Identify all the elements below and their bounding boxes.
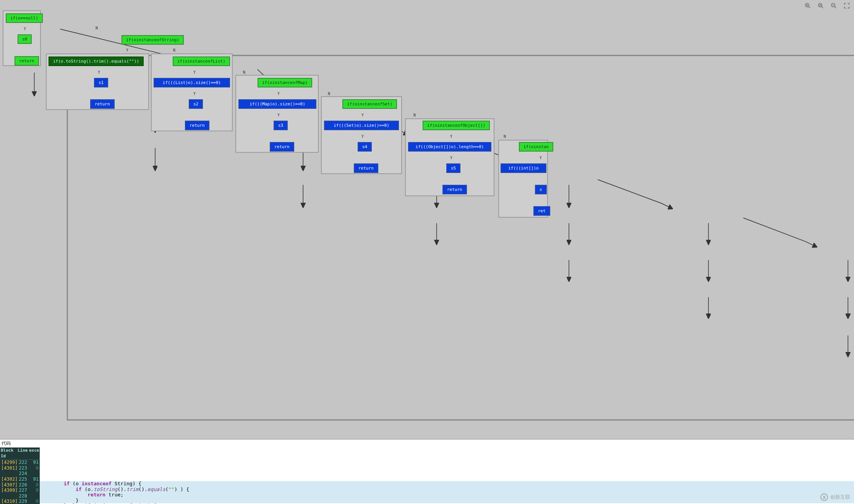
edge-label-n: N xyxy=(96,26,98,30)
edge-label-n: N xyxy=(173,48,175,52)
edge-label-y: Y xyxy=(277,113,280,117)
gutter-header-exce: exce xyxy=(28,447,40,460)
edge-label-y: Y xyxy=(361,134,364,139)
svg-line-1 xyxy=(809,6,810,8)
node-if-map[interactable]: if(oinstanceofMap) xyxy=(258,78,312,87)
edge-label-y: Y xyxy=(98,70,100,74)
edge-label-n: N xyxy=(328,92,330,96)
svg-point-6 xyxy=(820,5,820,5)
watermark-logo: X xyxy=(820,493,828,501)
node-return4[interactable]: return xyxy=(354,163,378,173)
node-return0[interactable]: return xyxy=(15,56,39,66)
node-if-intarr[interactable]: if(oinstan xyxy=(519,142,553,152)
edge-label-y: Y xyxy=(193,70,196,74)
node-if-intarrlen[interactable]: if(((int[])o xyxy=(501,163,546,173)
edge-label-n: N xyxy=(413,113,416,117)
zoom-out-icon[interactable] xyxy=(830,2,837,9)
node-if-set[interactable]: if(oinstanceofSet) xyxy=(342,99,397,109)
svg-line-5 xyxy=(822,6,823,8)
gutter-header-block: Block Id xyxy=(0,447,17,460)
node-if-objarr[interactable]: if(oinstanceofObject[]) xyxy=(423,121,490,130)
svg-line-8 xyxy=(835,6,836,8)
node-return6[interactable]: ret xyxy=(533,206,550,216)
code-panel-title: 代码 xyxy=(0,439,854,447)
node-s2[interactable]: s2 xyxy=(189,99,203,109)
edge-label-y: Y xyxy=(450,156,452,160)
edge-label-n: N xyxy=(243,70,245,74)
watermark-text: 创新互联 xyxy=(830,494,850,501)
node-if-listsize[interactable]: if(((List)o).size()==0) xyxy=(154,78,230,87)
edge-label-y: Y xyxy=(24,27,26,31)
node-return2[interactable]: return xyxy=(185,121,209,130)
node-s1[interactable]: s1 xyxy=(94,78,108,87)
node-s5[interactable]: s5 xyxy=(446,163,460,173)
zoom-in-icon[interactable] xyxy=(804,2,811,9)
node-if-setsize[interactable]: if(((Set)o).size()==0) xyxy=(324,121,399,130)
node-s0[interactable]: s0 xyxy=(18,34,32,44)
node-s4[interactable]: s4 xyxy=(358,142,372,152)
code-line[interactable]: return true; xyxy=(40,492,854,498)
watermark: X 创新互联 xyxy=(820,493,850,501)
code-line[interactable]: if (o.toString().trim().equals("") ) { xyxy=(40,487,854,493)
node-if-string[interactable]: if(oinstanceofString) xyxy=(122,35,184,45)
code-lines[interactable]: if (o instanceof String) { if (o.toStrin… xyxy=(40,447,854,504)
edge-label-y: Y xyxy=(193,92,196,96)
node-if-null[interactable]: if(o==null) xyxy=(6,13,43,23)
node-if-objarrlen[interactable]: if(((Object[])o).length==0) xyxy=(408,142,491,152)
node-if-tostring[interactable]: if(o.toString().trim().equals("")) xyxy=(49,57,144,66)
edge-label-n: N xyxy=(504,134,506,139)
edge-label-y: Y xyxy=(277,92,280,96)
gutter-header-line: Line xyxy=(17,447,28,460)
node-return3[interactable]: return xyxy=(270,142,294,152)
edge-label-y: Y xyxy=(126,48,128,52)
code-line[interactable]: if (o instanceof String) { xyxy=(40,481,854,487)
zoom-reset-icon[interactable] xyxy=(817,2,824,9)
node-if-mapsize[interactable]: if(((Map)o).size()==0) xyxy=(238,99,316,109)
edge-label-y: Y xyxy=(450,134,452,139)
code-gutter: Block Id Line exce [4299]22291[4301]2230… xyxy=(0,447,40,504)
edge-label-y: Y xyxy=(361,113,364,117)
zoom-toolbar xyxy=(804,2,850,9)
code-panel: 代码 Block Id Line exce [4299]22291[4301]2… xyxy=(0,439,854,504)
node-s6[interactable]: s xyxy=(535,185,547,194)
node-return5[interactable]: return xyxy=(442,185,467,194)
node-return1[interactable]: return xyxy=(90,99,115,109)
diagram-canvas[interactable]: if(o==null) s0 return if(oinstanceofStri… xyxy=(0,0,854,439)
node-s3[interactable]: s3 xyxy=(274,121,288,130)
code-line[interactable]: } xyxy=(40,498,854,504)
edge-label-y: Y xyxy=(540,156,542,160)
node-if-list[interactable]: if(oinstanceofList) xyxy=(173,57,230,66)
fullscreen-icon[interactable] xyxy=(843,2,850,9)
